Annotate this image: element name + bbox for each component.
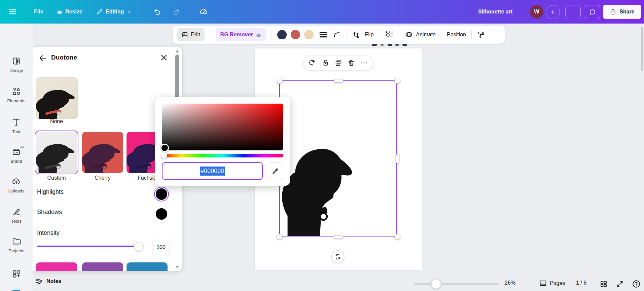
sidebar-item-brand[interactable]: co Brand (0, 147, 33, 164)
crown-icon (20, 145, 24, 149)
spacing-button[interactable] (319, 30, 328, 39)
sidebar-item-uploads[interactable]: Uploads (0, 177, 33, 193)
selection-handle-bottom-right[interactable] (394, 234, 400, 240)
transparency-button[interactable] (385, 30, 393, 39)
add-comment-icon[interactable] (309, 59, 317, 67)
help-button[interactable] (632, 280, 641, 288)
flip-button-label: Flip (365, 32, 374, 38)
sidebar-item-text[interactable]: Text (0, 118, 33, 134)
delete-icon[interactable] (348, 59, 355, 67)
comments-button[interactable] (585, 5, 600, 19)
grid-view-button[interactable] (600, 280, 608, 288)
selection-handle-bottom-left[interactable] (277, 234, 283, 240)
resize-menu[interactable]: Resize (57, 0, 82, 24)
eyedropper-button[interactable] (267, 162, 283, 180)
notes-button-label: Notes (46, 278, 61, 284)
intensity-value-box[interactable]: 100 (152, 239, 170, 255)
copy-style-button[interactable] (477, 31, 485, 38)
sidebar-item-tools[interactable]: Tools (0, 207, 33, 224)
divider (210, 30, 210, 39)
file-menu[interactable]: File (34, 0, 43, 24)
animate-button[interactable]: Animate (404, 31, 436, 39)
crown-icon (57, 9, 63, 15)
bottom-bar: Notes 26% Pages 1 / 6 (0, 271, 644, 291)
intensity-slider-handle[interactable] (134, 242, 143, 251)
color-swatch-peach[interactable] (304, 30, 314, 39)
highlights-color-swatch[interactable] (156, 188, 167, 200)
divider (471, 30, 472, 39)
zoom-slider-handle[interactable] (431, 279, 441, 289)
cloud-save-status-icon[interactable] (200, 0, 208, 24)
paint-roller-icon (477, 31, 485, 38)
scroll-up-arrow[interactable] (176, 50, 179, 52)
crop-button[interactable] (352, 31, 360, 38)
duotone-none-thumbnail[interactable] (36, 77, 78, 119)
selection-handle-top-left[interactable] (277, 78, 283, 84)
design-title-label: Silhouette art (478, 9, 512, 15)
shadows-color-swatch[interactable] (156, 208, 167, 220)
hue-slider-handle[interactable] (161, 152, 167, 158)
selection-handle-right[interactable] (396, 154, 399, 163)
brand-icon: co (12, 147, 21, 156)
duotone-preset-pink[interactable] (36, 262, 77, 271)
design-title[interactable]: Silhouette art (478, 0, 512, 24)
saturation-handle[interactable] (160, 144, 169, 152)
flip-button[interactable]: Flip (365, 32, 374, 38)
duotone-preset-cherry[interactable] (82, 132, 123, 173)
more-options-icon[interactable] (360, 59, 368, 67)
image-icon (182, 32, 188, 38)
shadows-label: Shadows (37, 209, 62, 216)
color-swatch-navy[interactable] (277, 30, 287, 39)
checkerboard-icon (385, 30, 393, 39)
divider (272, 30, 272, 39)
notes-button[interactable]: Notes (35, 277, 61, 285)
hidden-page-icon-fragment (381, 44, 384, 46)
avatar-initial: W (534, 8, 539, 15)
sidebar-item-design[interactable]: Design (0, 57, 33, 73)
avatar[interactable]: W (530, 5, 543, 19)
unlock-icon[interactable] (322, 59, 329, 67)
pages-button[interactable]: Pages (539, 279, 565, 287)
sidebar-item-projects[interactable]: Projects (0, 237, 33, 253)
sidebar-label: Uploads (8, 188, 25, 193)
dog-silhouette-image[interactable] (279, 133, 362, 237)
duotone-preset-custom[interactable] (36, 132, 77, 173)
color-swatch-red[interactable] (291, 30, 300, 39)
hue-slider[interactable] (162, 154, 283, 157)
position-button[interactable]: Position (447, 32, 466, 38)
redo-button[interactable] (172, 0, 180, 24)
curve-button[interactable] (333, 31, 341, 39)
hex-color-input[interactable]: #000000 (162, 162, 263, 180)
undo-button[interactable] (153, 0, 162, 24)
intensity-label: Intensity (37, 229, 60, 237)
share-button[interactable]: Share (603, 5, 641, 19)
sidebar-label: Brand (10, 159, 22, 164)
edit-image-button[interactable]: Edit (177, 28, 205, 41)
editing-mode-dropdown[interactable]: Editing (96, 0, 132, 24)
main-menu-button[interactable] (8, 0, 17, 24)
sidebar-label: Projects (8, 248, 24, 253)
saturation-area[interactable] (162, 104, 283, 150)
duplicate-icon[interactable] (335, 59, 342, 67)
duotone-preset-purple[interactable] (82, 262, 123, 271)
sidebar-item-elements[interactable]: Elements (0, 87, 33, 103)
intensity-slider[interactable] (37, 246, 144, 247)
insights-button[interactable] (565, 5, 581, 19)
close-icon[interactable] (159, 53, 168, 62)
zoom-slider[interactable] (414, 283, 498, 285)
position-button-label: Position (447, 32, 466, 38)
sidebar-item-apps[interactable] (0, 269, 33, 278)
selection-handle-top-right[interactable] (394, 78, 400, 84)
canvas-scrollbar[interactable] (641, 27, 643, 71)
selection-handle-bottom[interactable] (334, 235, 343, 239)
bg-remover-button[interactable]: BG Remover (216, 28, 266, 41)
zoom-percentage[interactable]: 26% (505, 280, 515, 286)
duotone-preset-blue[interactable] (127, 262, 168, 271)
fullscreen-button[interactable] (616, 280, 624, 288)
scroll-down-arrow[interactable] (176, 266, 179, 268)
selection-handle-top[interactable] (334, 79, 343, 83)
rotate-handle[interactable] (331, 250, 344, 263)
back-arrow-icon[interactable] (38, 54, 47, 63)
magic-assistant-button[interactable] (7, 290, 25, 291)
add-member-button[interactable] (546, 5, 560, 19)
